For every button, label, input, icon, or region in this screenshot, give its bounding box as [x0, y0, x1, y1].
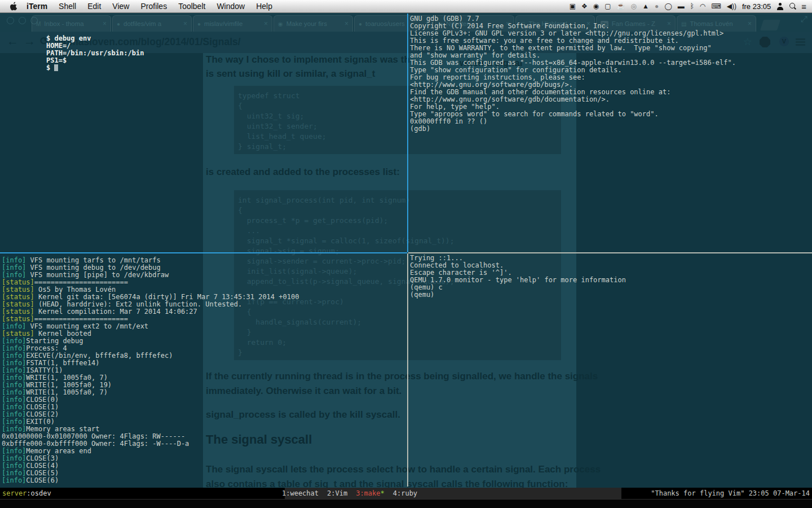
- display-icon[interactable]: ▢: [604, 3, 611, 10]
- dropbox-icon[interactable]: ❖: [581, 3, 588, 10]
- bluetooth-icon[interactable]: ᛒ: [690, 3, 694, 10]
- caffeine-icon[interactable]: ☕: [617, 3, 625, 10]
- pane-shell[interactable]: $ debug env HOME=/ PATH=/bin:/usr/sbin:/…: [46, 35, 144, 72]
- session-label: server:osdev: [2, 488, 51, 499]
- screen-status-bar: server:osdev 1:weechat2:Vim3:make*4:ruby…: [0, 488, 812, 499]
- menu-window[interactable]: Window: [211, 2, 250, 11]
- headphones-icon[interactable]: ◉: [593, 3, 599, 10]
- pane-divider-vertical-active[interactable]: [407, 14, 408, 252]
- pane-kernel-log[interactable]: [info] VFS mounting tarfs to /mnt/tarfs[…: [2, 257, 299, 484]
- keyboard-icon[interactable]: ⌨: [711, 3, 721, 10]
- menu-view[interactable]: View: [107, 2, 135, 11]
- user-icon[interactable]: [776, 3, 783, 10]
- menu-clock[interactable]: fre 23:05: [742, 3, 771, 10]
- film-reel-icon[interactable]: ◎: [631, 3, 637, 10]
- menu-bar: iTermShellEditViewProfilesToolbeltWindow…: [0, 0, 812, 13]
- menu-edit[interactable]: Edit: [82, 2, 107, 11]
- pane-qemu[interactable]: Trying ::1... Connected to localhost. Es…: [410, 255, 626, 299]
- menu-profiles[interactable]: Profiles: [135, 2, 173, 11]
- google-drive-icon[interactable]: ▲: [642, 3, 649, 10]
- pane-divider-horizontal[interactable]: [408, 252, 812, 253]
- log-line: [info]CLOSE(6): [2, 477, 299, 484]
- pane-gdb[interactable]: GNU gdb (GDB) 7.7 Copyright (C) 2014 Fre…: [410, 15, 736, 133]
- screen-bottom-edge: [0, 499, 812, 508]
- screen-window-3-make[interactable]: 3:make*: [356, 489, 385, 497]
- screen-window-2-Vim[interactable]: 2:Vim: [327, 489, 347, 497]
- notification-center-icon[interactable]: ≡: [801, 2, 806, 11]
- screen-window-1-weechat[interactable]: 1:weechat: [282, 489, 319, 497]
- menu-toolbelt[interactable]: Toolbelt: [173, 2, 211, 11]
- screen-window-4-ruby[interactable]: 4:ruby: [393, 489, 417, 497]
- battery-icon[interactable]: ▬: [678, 3, 685, 10]
- wifi-icon[interactable]: ◠: [700, 3, 705, 10]
- messages-icon[interactable]: ◯: [664, 3, 672, 10]
- menu-shell[interactable]: Shell: [53, 2, 82, 11]
- apple-menu-icon[interactable]: [10, 2, 17, 11]
- pane-divider-vertical[interactable]: [407, 253, 408, 487]
- pane-divider-horizontal-active[interactable]: [0, 252, 407, 253]
- activity-marker: *: [381, 489, 385, 497]
- menu-iterm[interactable]: iTerm: [21, 2, 53, 11]
- terminal-cursor: [54, 64, 58, 71]
- bell-icon[interactable]: ●: [655, 3, 659, 10]
- menu-help[interactable]: Help: [250, 2, 278, 11]
- window-manager-icon[interactable]: ▣: [570, 3, 576, 10]
- vim-quote-clock: "Thanks for flying Vim" 23:05 07-Mar-14: [651, 488, 810, 499]
- spotlight-icon[interactable]: [789, 3, 796, 10]
- volume-icon[interactable]: ◀)): [727, 3, 736, 10]
- terminal-window: $ debug env HOME=/ PATH=/bin:/usr/sbin:/…: [0, 12, 812, 508]
